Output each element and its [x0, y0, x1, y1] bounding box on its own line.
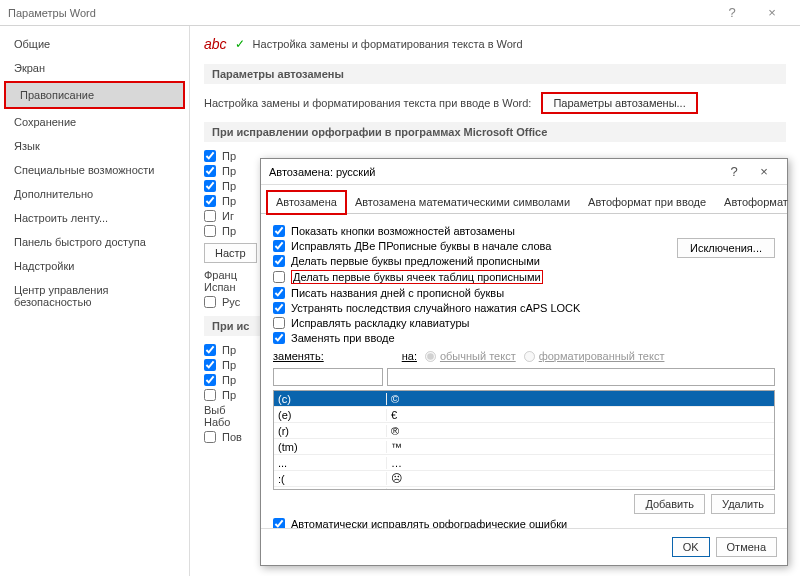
with-input[interactable]: [387, 368, 775, 386]
list-row[interactable]: ...…: [274, 455, 774, 471]
replace-label: заменять:: [273, 350, 324, 362]
dlg-check-0[interactable]: [273, 225, 285, 237]
autocorrect-options-button[interactable]: Параметры автозамены...: [541, 92, 697, 114]
tab-autoformat[interactable]: Автоформат: [715, 191, 797, 213]
check[interactable]: [204, 374, 216, 386]
section-spelling: При исправлении орфографии в программах …: [204, 122, 786, 142]
tab-autoformat-type[interactable]: Автоформат при вводе: [579, 191, 715, 213]
check[interactable]: [204, 389, 216, 401]
check[interactable]: [204, 150, 216, 162]
list-row[interactable]: (e)€: [274, 407, 774, 423]
check[interactable]: [204, 431, 216, 443]
sidebar-item-trust[interactable]: Центр управления безопасностью: [0, 278, 189, 314]
dialog-help-button[interactable]: ?: [719, 164, 749, 179]
check[interactable]: [204, 180, 216, 192]
ok-button[interactable]: OK: [672, 537, 710, 557]
list-row[interactable]: (r)®: [274, 423, 774, 439]
check[interactable]: [204, 210, 216, 222]
dlg-check-4[interactable]: [273, 287, 285, 299]
check[interactable]: [204, 165, 216, 177]
autocorrect-dialog: Автозамена: русский ? × Автозамена Автоз…: [260, 158, 788, 566]
check-icon: ✓: [235, 37, 245, 51]
sidebar-item-save[interactable]: Сохранение: [0, 110, 189, 134]
add-button[interactable]: Добавить: [634, 494, 705, 514]
cancel-button[interactable]: Отмена: [716, 537, 777, 557]
window-titlebar: Параметры Word ? ×: [0, 0, 800, 26]
abc-icon: abc: [204, 36, 227, 52]
dlg-check-2[interactable]: [273, 255, 285, 267]
check[interactable]: [204, 296, 216, 308]
window-title: Параметры Word: [8, 7, 96, 19]
check[interactable]: [204, 195, 216, 207]
sidebar-item-language[interactable]: Язык: [0, 134, 189, 158]
replace-input[interactable]: [273, 368, 383, 386]
list-row[interactable]: (tm)™: [274, 439, 774, 455]
sidebar-item-advanced[interactable]: Дополнительно: [0, 182, 189, 206]
radio-plain: [425, 351, 436, 362]
tab-autocorrect[interactable]: Автозамена: [267, 191, 346, 214]
section-autocorrect-options: Параметры автозамены: [204, 64, 786, 84]
sidebar-item-display[interactable]: Экран: [0, 56, 189, 80]
delete-button[interactable]: Удалить: [711, 494, 775, 514]
list-row[interactable]: :-(☹: [274, 487, 774, 490]
close-button[interactable]: ×: [752, 5, 792, 20]
header-desc: Настройка замены и форматирования текста…: [253, 38, 523, 50]
radio-formatted: [524, 351, 535, 362]
dlg-check-1[interactable]: [273, 240, 285, 252]
check[interactable]: [204, 225, 216, 237]
list-row[interactable]: (c)©: [274, 391, 774, 407]
help-button[interactable]: ?: [712, 5, 752, 20]
replace-list[interactable]: (c)©(e)€(r)®(tm)™...…:(☹:-(☹: [273, 390, 775, 490]
tab-math[interactable]: Автозамена математическими символами: [346, 191, 579, 213]
auto-spell-check[interactable]: [273, 518, 285, 528]
dlg-check-6[interactable]: [273, 317, 285, 329]
dlg-check-7[interactable]: [273, 332, 285, 344]
dialog-title: Автозамена: русский: [269, 166, 375, 178]
sidebar: Общие Экран Правописание Сохранение Язык…: [0, 26, 190, 576]
list-row[interactable]: :(☹: [274, 471, 774, 487]
sidebar-item-addins[interactable]: Надстройки: [0, 254, 189, 278]
check[interactable]: [204, 344, 216, 356]
dialog-close-button[interactable]: ×: [749, 164, 779, 179]
autocorrect-desc: Настройка замены и форматирования текста…: [204, 97, 531, 109]
sidebar-item-ribbon[interactable]: Настроить ленту...: [0, 206, 189, 230]
sidebar-item-general[interactable]: Общие: [0, 32, 189, 56]
sidebar-item-qat[interactable]: Панель быстрого доступа: [0, 230, 189, 254]
exceptions-button[interactable]: Исключения...: [677, 238, 775, 258]
custom-dict-button[interactable]: Настр: [204, 243, 257, 263]
dlg-check-3[interactable]: [273, 271, 285, 283]
check[interactable]: [204, 359, 216, 371]
with-label: на:: [402, 350, 417, 362]
dialog-tabs: Автозамена Автозамена математическими си…: [261, 185, 787, 214]
sidebar-item-proofing[interactable]: Правописание: [6, 83, 183, 107]
sidebar-item-accessibility[interactable]: Специальные возможности: [0, 158, 189, 182]
dlg-check-5[interactable]: [273, 302, 285, 314]
